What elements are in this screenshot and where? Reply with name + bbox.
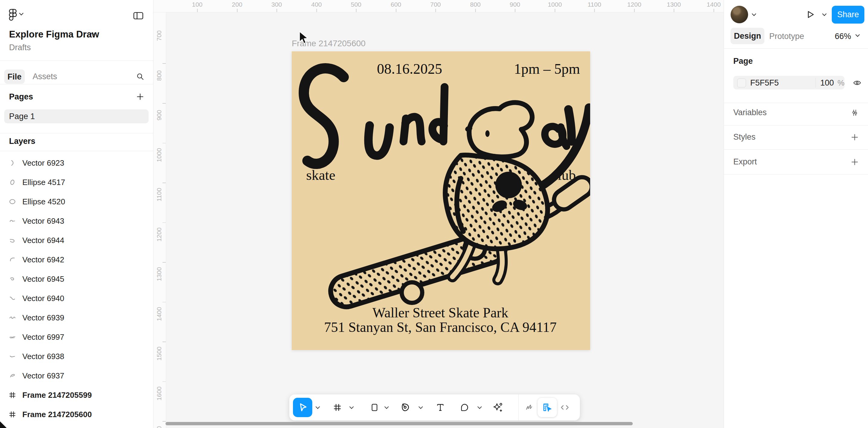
layer-row[interactable]: Ellipse 4520: [0, 192, 153, 211]
vector-curve-icon: [8, 217, 16, 225]
vector-curve-icon: [8, 275, 16, 283]
dev-mode-code-icon: [560, 403, 569, 412]
actions-tool-button[interactable]: [493, 395, 503, 421]
export-section-header: Export: [733, 157, 757, 167]
page-item-selected[interactable]: Page 1: [4, 109, 149, 123]
divider: [724, 48, 868, 49]
tab-file[interactable]: File: [4, 69, 25, 84]
layer-row-frame[interactable]: Frame 2147205599: [0, 386, 153, 405]
vector-squiggle-icon: [8, 314, 16, 322]
layer-row[interactable]: Vector 6997: [0, 327, 153, 347]
add-export-icon[interactable]: [850, 158, 859, 166]
text-icon: [436, 403, 445, 412]
pages-header: Pages: [9, 92, 33, 102]
add-page-icon[interactable]: [136, 92, 144, 101]
layer-row[interactable]: Vector 6923: [0, 153, 153, 173]
left-sidebar: Explore Figma Draw Drafts File Assets Pa…: [0, 0, 153, 428]
horizontal-scrollbar[interactable]: [165, 422, 633, 425]
layer-row[interactable]: Vector 6939: [0, 308, 153, 327]
fill-hex-value[interactable]: F5F5F5: [750, 78, 779, 87]
actions-sparkle-icon: [493, 402, 503, 412]
add-style-icon[interactable]: [850, 133, 859, 141]
vertical-ruler-ticks: [162, 0, 166, 428]
draw-mode-button[interactable]: [525, 395, 534, 421]
move-tool-dropdown[interactable]: [315, 395, 320, 421]
dev-mode-button[interactable]: [560, 395, 569, 421]
page-section-header: Page: [733, 57, 753, 66]
divider: [724, 125, 868, 125]
divider: [0, 151, 153, 151]
tab-assets[interactable]: Assets: [33, 72, 57, 81]
layer-row[interactable]: Vector 6938: [0, 347, 153, 366]
ellipse-icon: [8, 198, 16, 205]
comment-tool-button[interactable]: [460, 395, 469, 421]
ruler-label: 500: [351, 1, 361, 8]
account-chevron[interactable]: [751, 13, 756, 16]
color-swatch[interactable]: [737, 79, 746, 87]
sliders-icon[interactable]: [850, 109, 859, 117]
layer-row[interactable]: Vector 6937: [0, 366, 153, 386]
toggle-sidebar-icon[interactable]: [133, 12, 144, 20]
move-tool-button[interactable]: [293, 398, 312, 417]
fill-opacity-unit: %: [837, 78, 844, 87]
layer-row[interactable]: Vector 6942: [0, 250, 153, 269]
poster-frame[interactable]: Sunday 08.16.2025 1pm – 5pm skate club W…: [292, 51, 590, 350]
tab-prototype[interactable]: Prototype: [769, 32, 804, 41]
variables-section-header: Variables: [733, 108, 767, 117]
comment-tool-dropdown[interactable]: [477, 395, 482, 421]
design-mode-button[interactable]: [537, 398, 557, 417]
present-options-chevron[interactable]: [822, 13, 827, 16]
layer-row[interactable]: Vector 6944: [0, 231, 153, 250]
shape-tool-button[interactable]: [370, 395, 379, 421]
figma-logo[interactable]: [8, 8, 18, 21]
ruler-label: 1300: [156, 267, 163, 281]
divider: [0, 84, 153, 84]
ruler-label: 700: [156, 30, 163, 41]
ruler-label: 900: [156, 110, 163, 120]
right-sidebar: Share Design Prototype 66% Page F5F5F5 1…: [724, 0, 868, 428]
toolbar-divider: [518, 395, 519, 421]
layer-row[interactable]: Ellipse 4517: [0, 173, 153, 192]
file-title[interactable]: Explore Figma Draw: [9, 29, 99, 40]
zoom-chevron[interactable]: [855, 33, 860, 37]
ruler-label: 1400: [156, 307, 163, 321]
frame-tool-dropdown[interactable]: [349, 395, 354, 421]
main-menu-chevron[interactable]: [19, 12, 24, 16]
layer-row[interactable]: Vector 6943: [0, 211, 153, 231]
pen-tool-button[interactable]: [401, 395, 410, 421]
zoom-level[interactable]: 66%: [835, 32, 851, 41]
ruler-label: 300: [271, 1, 282, 8]
visibility-eye-icon[interactable]: [852, 78, 862, 87]
vector-curve-icon: [8, 159, 16, 167]
present-play-icon[interactable]: [805, 10, 815, 19]
divider: [815, 78, 816, 88]
frame-icon: [8, 410, 16, 418]
ruler-label: 1400: [707, 1, 721, 8]
shape-tool-dropdown[interactable]: [384, 395, 389, 421]
fill-opacity-value[interactable]: 100: [820, 78, 834, 87]
frame-tool-button[interactable]: [333, 395, 342, 421]
divider: [724, 103, 868, 103]
ruler-label: 100: [192, 1, 203, 8]
tab-design[interactable]: Design: [731, 28, 765, 44]
ruler-label: 1700: [156, 426, 163, 428]
layer-row[interactable]: Vector 6945: [0, 269, 153, 289]
pen-tool-dropdown[interactable]: [418, 395, 424, 421]
text-tool-button[interactable]: [436, 395, 445, 421]
page-fill-row[interactable]: F5F5F5 100 %: [733, 76, 844, 89]
frame-hash-icon: [333, 403, 342, 412]
avatar[interactable]: [731, 6, 748, 23]
vector-squiggle-icon: [8, 372, 16, 380]
layer-row-frame[interactable]: Frame 2147205600: [0, 405, 153, 424]
canvas[interactable]: 700 800 900 1000 1100 1200 1300 1400 150…: [153, 0, 724, 428]
layer-row[interactable]: Vector 6940: [0, 289, 153, 308]
comment-bubble-icon: [460, 403, 469, 412]
horizontal-ruler: 100 200 300 400 500 600 700 800 900 1000…: [153, 0, 724, 12]
search-icon[interactable]: [136, 72, 144, 81]
file-title-chevron[interactable]: [91, 32, 96, 36]
ruler-label: 1600: [156, 387, 163, 401]
marker-squiggle-icon: [525, 403, 534, 412]
frame-icon: [8, 391, 16, 399]
ruler-label: 1100: [587, 1, 601, 8]
share-button[interactable]: Share: [832, 6, 864, 24]
